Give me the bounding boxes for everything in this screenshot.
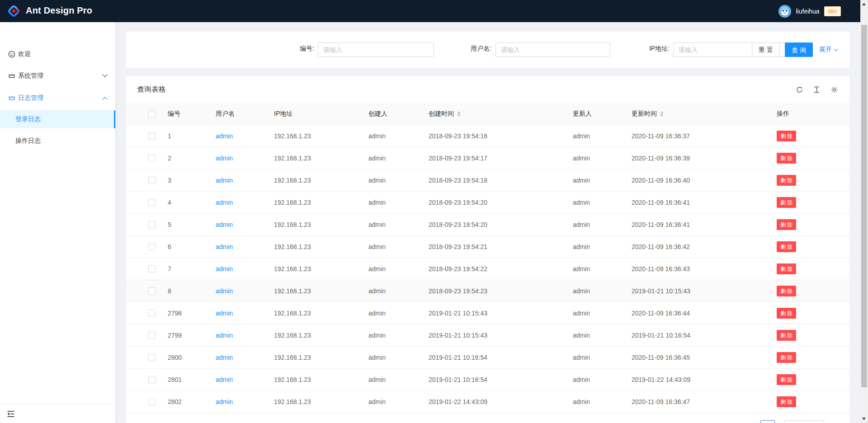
row-checkbox[interactable] xyxy=(148,199,156,206)
page-size-select[interactable] xyxy=(784,420,824,423)
delete-button[interactable]: 删 除 xyxy=(777,352,796,363)
row-created-time: 2018-09-23 19:54:21 xyxy=(429,243,487,250)
select-all-checkbox[interactable] xyxy=(148,110,156,118)
menu-fold-icon[interactable] xyxy=(7,410,15,418)
row-updated-time: 2019-01-21 10:15:43 xyxy=(632,287,690,295)
sorter-icon[interactable] xyxy=(457,111,461,117)
pagination-page-1-button[interactable] xyxy=(760,420,775,423)
row-created-time: 2018-09-23 19:54:23 xyxy=(429,287,487,295)
id-input[interactable] xyxy=(318,42,434,57)
scroll-down-arrow-icon[interactable] xyxy=(862,418,866,420)
username-link[interactable]: admin xyxy=(216,177,233,184)
scrollbar-thumb[interactable] xyxy=(861,25,867,387)
row-id: 2801 xyxy=(168,376,182,383)
sorter-icon[interactable] xyxy=(660,111,664,117)
app-header: Ant Design Pro liufeihua dev xyxy=(0,0,868,22)
username-link[interactable]: admin xyxy=(216,199,233,206)
row-created-time: 2018-09-23 19:54:16 xyxy=(429,132,487,140)
username-input[interactable] xyxy=(495,42,610,57)
user-avatar[interactable] xyxy=(778,5,791,18)
delete-button[interactable]: 删 除 xyxy=(777,175,796,186)
row-id: 2802 xyxy=(168,398,182,405)
row-updater: admin xyxy=(573,332,590,339)
reload-icon[interactable] xyxy=(796,86,803,94)
scroll-up-arrow-icon[interactable] xyxy=(862,3,866,5)
username-link[interactable]: admin xyxy=(216,354,233,361)
row-updater: admin xyxy=(573,398,590,405)
row-created-time: 2018-09-23 19:54:18 xyxy=(429,177,487,184)
row-updated-time: 2020-11-09 16:36:42 xyxy=(632,243,690,250)
username-text[interactable]: liufeihua xyxy=(796,8,819,15)
row-checkbox[interactable] xyxy=(148,155,156,162)
col-header-created-time[interactable]: 创建时间 xyxy=(429,103,461,125)
reset-button[interactable]: 重 置 xyxy=(752,42,780,57)
sidebar-item-system-management[interactable]: 系统管理 xyxy=(0,67,115,85)
row-updated-time: 2020-11-09 16:36:45 xyxy=(632,354,690,361)
username-link[interactable]: admin xyxy=(216,376,233,383)
delete-button[interactable]: 删 除 xyxy=(777,219,796,230)
username-link[interactable]: admin xyxy=(216,332,233,339)
table-row: 1admin192.168.1.23admin2018-09-23 19:54:… xyxy=(126,125,849,147)
row-checkbox[interactable] xyxy=(148,221,156,228)
delete-button[interactable]: 删 除 xyxy=(777,241,796,252)
row-checkbox[interactable] xyxy=(148,243,156,250)
row-created-time: 2018-09-23 19:54:22 xyxy=(429,265,487,273)
sidebar-item-login-log[interactable]: 登录日志 xyxy=(0,110,115,128)
delete-button[interactable]: 删 除 xyxy=(777,330,796,341)
row-creator: admin xyxy=(368,155,386,162)
row-id: 8 xyxy=(168,287,171,295)
sidebar-item-welcome[interactable]: 欢迎 xyxy=(0,45,115,63)
col-header-username: 用户名 xyxy=(216,103,235,125)
col-header-updated-time[interactable]: 更新时间 xyxy=(632,103,664,125)
delete-button[interactable]: 删 除 xyxy=(777,286,796,296)
row-updated-time: 2020-11-09 16:36:44 xyxy=(632,310,690,317)
field-label-id: 编号: xyxy=(262,45,314,53)
row-checkbox[interactable] xyxy=(148,177,156,184)
chevron-down-icon xyxy=(834,47,839,52)
table-row: 2799admin192.168.1.23admin2019-01-21 10:… xyxy=(126,324,849,347)
username-link[interactable]: admin xyxy=(216,221,233,228)
row-id: 2799 xyxy=(168,332,182,339)
delete-button[interactable]: 删 除 xyxy=(777,396,796,407)
vertical-scrollbar[interactable] xyxy=(860,0,868,423)
username-link[interactable]: admin xyxy=(216,132,233,140)
row-id: 5 xyxy=(168,221,171,228)
row-updater: admin xyxy=(573,155,590,162)
search-form-card: 编号: 用户名: IP地址: 重 置 查 询 展开 xyxy=(126,32,849,68)
column-height-icon[interactable] xyxy=(813,86,821,94)
row-updated-time: 2020-11-09 16:36:43 xyxy=(632,265,690,273)
row-checkbox[interactable] xyxy=(148,376,156,383)
search-button[interactable]: 查 询 xyxy=(785,42,813,57)
username-link[interactable]: admin xyxy=(216,398,233,405)
row-updater: admin xyxy=(573,310,590,317)
delete-button[interactable]: 删 除 xyxy=(777,131,796,141)
delete-button[interactable]: 删 除 xyxy=(777,308,796,319)
row-checkbox[interactable] xyxy=(148,265,156,273)
username-link[interactable]: admin xyxy=(216,310,233,317)
delete-button[interactable]: 删 除 xyxy=(777,197,796,208)
expand-link[interactable]: 展开 xyxy=(819,46,838,54)
row-checkbox[interactable] xyxy=(148,332,156,339)
row-checkbox[interactable] xyxy=(148,310,156,317)
sidebar-item-log-management[interactable]: 日志管理 xyxy=(0,89,115,107)
sidebar-item-operation-log[interactable]: 操作日志 xyxy=(0,132,115,150)
field-label-username: 用户名: xyxy=(443,45,491,53)
app-logo-icon[interactable] xyxy=(6,4,21,19)
row-checkbox[interactable] xyxy=(148,398,156,405)
delete-button[interactable]: 删 除 xyxy=(777,263,796,274)
delete-button[interactable]: 删 除 xyxy=(777,153,796,164)
row-creator: admin xyxy=(368,332,386,339)
row-checkbox[interactable] xyxy=(148,287,156,295)
username-link[interactable]: admin xyxy=(216,265,233,273)
username-link[interactable]: admin xyxy=(216,243,233,250)
row-updater: admin xyxy=(573,287,590,295)
crown-icon xyxy=(8,94,15,102)
table-row: 4admin192.168.1.23admin2018-09-23 19:54:… xyxy=(126,192,849,214)
row-checkbox[interactable] xyxy=(148,354,156,361)
username-link[interactable]: admin xyxy=(216,155,233,162)
delete-button[interactable]: 删 除 xyxy=(777,374,796,385)
row-checkbox[interactable] xyxy=(148,132,156,140)
setting-icon[interactable] xyxy=(830,86,838,94)
username-link[interactable]: admin xyxy=(216,287,233,295)
app-title: Ant Design Pro xyxy=(26,5,92,16)
